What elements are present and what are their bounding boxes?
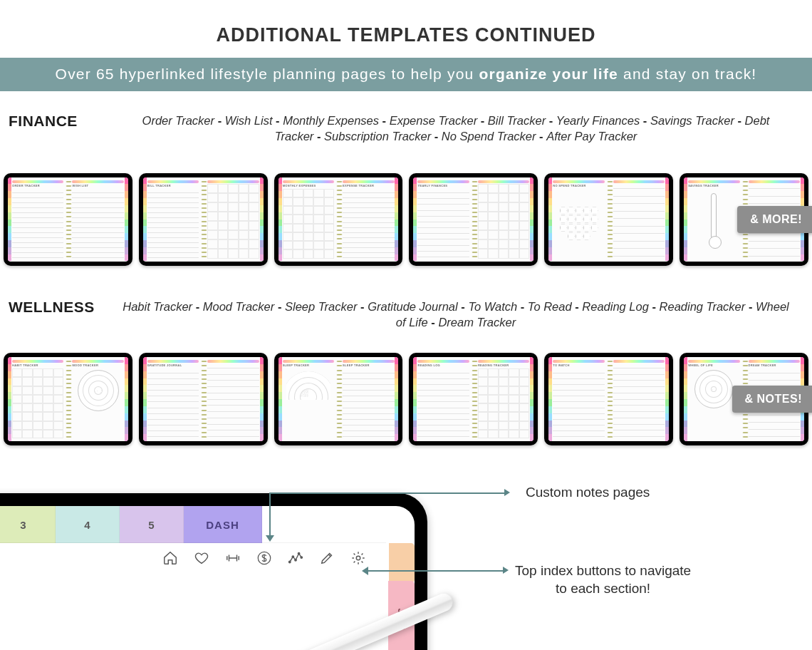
template-name: Yearly Finances — [556, 114, 640, 127]
dollar-icon[interactable] — [256, 550, 272, 569]
callout-custom-notes: Custom notes pages — [526, 485, 650, 500]
template-thumbnail[interactable]: TO WATCH — [544, 353, 673, 445]
template-name: Monthly Expenses — [283, 114, 379, 127]
template-name: Dream Tracker — [438, 316, 516, 329]
wellness-badge: & NOTES! — [732, 386, 812, 413]
ipad-tab-bar: 1 2 3 4 5 DASH — [0, 506, 415, 543]
arrow-notes-source — [504, 489, 510, 496]
arrow-nav-head — [362, 567, 368, 575]
template-thumbnail[interactable]: HABIT TRACKERMOOD TRACKER — [4, 353, 132, 445]
template-thumbnail[interactable]: GRATITUDE JOURNAL — [139, 353, 268, 445]
thumb-page-title: EXPENSE TRACKER — [343, 184, 394, 187]
svg-point-6 — [356, 556, 360, 560]
template-thumbnail[interactable]: ORDER TRACKERWISH LIST — [4, 173, 132, 266]
template-thumbnail[interactable]: YEARLY FINANCES — [409, 173, 538, 266]
template-name: Mood Tracker — [203, 300, 275, 313]
section-wellness: WELLNESS Habit Tracker - Mood Tracker - … — [0, 299, 812, 331]
arrow-nav-source — [503, 567, 509, 574]
template-thumbnail[interactable]: READING LOGREADING TRACKER — [409, 353, 538, 445]
template-thumbnail[interactable]: BILL TRACKER — [139, 173, 268, 266]
banner-post: and stay on track! — [618, 66, 756, 82]
thumb-page-title: WISH LIST — [72, 184, 123, 187]
template-name: To Read — [528, 300, 572, 313]
thumb-page-title: BILL TRACKER — [147, 184, 199, 187]
banner-pre: Over 65 hyperlinked lifestyle planning p… — [56, 66, 479, 82]
thumb-page-title: DREAM TRACKER — [749, 363, 800, 367]
ipad-tab-5[interactable]: 5 — [120, 506, 184, 543]
template-name: No Spend Tracker — [442, 130, 536, 143]
wellness-desc: Habit Tracker - Mood Tracker - Sleep Tra… — [108, 299, 803, 331]
thumb-page-title: HABIT TRACKER — [12, 363, 63, 367]
thumb-page-title: SLEEP TRACKER — [343, 363, 394, 367]
wellness-thumbs: HABIT TRACKERMOOD TRACKERGRATITUDE JOURN… — [0, 353, 812, 445]
growth-icon[interactable] — [288, 550, 303, 569]
template-name: Reading Tracker — [660, 300, 746, 313]
callout-nav-line1: Top index buttons to navigate — [515, 563, 691, 578]
thumb-page-title: READING TRACKER — [478, 363, 529, 367]
svg-point-2 — [292, 556, 293, 557]
svg-point-3 — [295, 559, 296, 561]
svg-point-1 — [289, 561, 291, 562]
callout-nav-line2: to each section! — [556, 581, 650, 596]
arrow-notes-head — [266, 535, 274, 542]
icon-row — [162, 550, 366, 569]
finance-label: FINANCE — [9, 113, 108, 130]
banner: Over 65 hyperlinked lifestyle planning p… — [0, 58, 812, 91]
template-name: Habit Tracker — [123, 300, 192, 313]
template-name: Order Tracker — [142, 114, 214, 127]
ipad-tab-3[interactable]: 3 — [0, 506, 56, 543]
template-name: Savings Tracker — [650, 114, 734, 127]
home-icon[interactable] — [162, 550, 178, 569]
thumb-page-title: GRATITUDE JOURNAL — [147, 363, 199, 367]
template-name: To Watch — [468, 300, 517, 313]
heart-icon[interactable] — [194, 550, 209, 569]
template-name: After Pay Tracker — [546, 130, 637, 143]
page-title: ADDITIONAL TEMPLATES CONTINUED — [0, 0, 812, 46]
thumb-page-title: SAVINGS TRACKER — [688, 184, 739, 187]
thumb-page-title: YEARLY FINANCES — [417, 184, 469, 187]
template-name: Sleep Tracker — [285, 300, 357, 313]
pencil-icon[interactable] — [319, 550, 335, 569]
thumb-page-title: WHEEL OF LIFE — [688, 363, 739, 367]
template-name: Wish List — [225, 114, 273, 127]
dumbbell-icon[interactable] — [225, 550, 241, 569]
template-thumbnail[interactable]: NO SPEND TRACKER — [544, 173, 673, 266]
template-thumbnail[interactable]: SLEEP TRACKERSLEEP TRACKER — [274, 353, 403, 445]
template-name: Bill Tracker — [488, 114, 546, 127]
template-name: Reading Log — [582, 300, 649, 313]
svg-point-4 — [298, 552, 299, 554]
template-thumbnail[interactable]: MONTHLY EXPENSESEXPENSE TRACKER — [274, 173, 403, 266]
finance-badge: & MORE! — [737, 206, 812, 233]
wellness-label: WELLNESS — [9, 299, 108, 316]
arrow-notes-horizontal — [271, 492, 506, 494]
svg-point-5 — [301, 557, 302, 558]
thumb-page-title: MONTHLY EXPENSES — [283, 184, 334, 187]
arrow-notes-vertical — [269, 492, 271, 537]
template-name: Gratitude Journal — [368, 300, 458, 313]
ipad-page — [0, 543, 386, 650]
banner-bold: organize your life — [479, 66, 618, 82]
arrow-nav-horizontal — [368, 570, 504, 572]
thumb-page-title: MOOD TRACKER — [72, 363, 123, 367]
finance-desc: Order Tracker - Wish List - Monthly Expe… — [108, 113, 803, 145]
thumb-page-title: TO WATCH — [553, 363, 604, 367]
thumb-page-title: READING LOG — [417, 363, 469, 367]
thumb-page-title: SLEEP TRACKER — [283, 363, 334, 367]
finance-thumbs: ORDER TRACKERWISH LISTBILL TRACKERMONTHL… — [0, 173, 812, 266]
callout-top-index: Top index buttons to navigate to each se… — [515, 562, 691, 597]
ipad-tab-dash[interactable]: DASH — [184, 506, 262, 543]
template-name: Expense Tracker — [390, 114, 478, 127]
side-tab-orange[interactable] — [389, 543, 415, 583]
template-name: Subscription Tracker — [324, 130, 431, 143]
thumb-page-title: ORDER TRACKER — [12, 184, 63, 187]
thumb-page-title: NO SPEND TRACKER — [553, 184, 604, 187]
ipad-tab-4[interactable]: 4 — [56, 506, 120, 543]
section-finance: FINANCE Order Tracker - Wish List - Mont… — [0, 113, 812, 145]
